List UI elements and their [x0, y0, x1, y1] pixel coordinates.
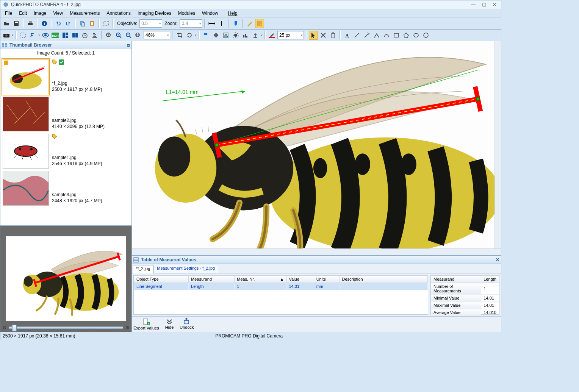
horizontal-scrollbar[interactable] — [132, 248, 501, 255]
trash-button[interactable] — [329, 31, 338, 40]
notes-button[interactable] — [255, 19, 264, 28]
hdr-button[interactable]: HDR — [51, 31, 60, 40]
zoom-out-icon[interactable]: ⊖ — [3, 325, 6, 330]
export-values-button[interactable]: x Export Values — [133, 318, 159, 330]
thumbnail-dims: 2500 × 1917 px (4.8 MP) — [52, 87, 129, 92]
calibration-mark-button[interactable] — [231, 19, 240, 28]
marquee-button[interactable] — [102, 19, 111, 28]
close-panel-icon[interactable]: ✕ — [496, 257, 499, 262]
undo-button[interactable] — [54, 19, 63, 28]
fit-button[interactable] — [104, 31, 113, 40]
annotation-color-button[interactable] — [268, 31, 277, 40]
col-meas-nr[interactable]: Meas. Nr. ▲ — [235, 276, 286, 283]
thumbnail-list: *f_2.jpg 2500 × 1917 px (4.8 MP) sample2… — [0, 57, 131, 225]
maximize-button[interactable]: ▢ — [480, 2, 488, 7]
brightness-button[interactable] — [231, 31, 240, 40]
save-button[interactable] — [12, 19, 21, 28]
paste-button[interactable] — [88, 19, 97, 28]
microscope-button[interactable] — [90, 31, 99, 40]
timer-button[interactable] — [80, 31, 89, 40]
col-measurand[interactable]: Measurand — [189, 276, 235, 283]
zoom-in-icon[interactable]: ⊕ — [125, 325, 129, 330]
print-button[interactable] — [26, 19, 35, 28]
image-canvas[interactable]: L1=14.01 mm — [132, 41, 501, 256]
text-tool-button[interactable]: A — [343, 31, 352, 40]
line-width-select[interactable]: 25 px — [277, 31, 304, 39]
measurements-table: Object Type Measurand Meas. Nr. ▲ Value … — [133, 275, 428, 315]
zoom-slider[interactable] — [9, 326, 123, 329]
objective-select[interactable]: 0.5 — [139, 19, 162, 28]
thumbnail-count: Image Count: 5 / Selected: 1 — [0, 49, 131, 57]
svg-line-53 — [237, 33, 238, 34]
ellipse-tool-button[interactable] — [412, 31, 421, 40]
focus-button[interactable]: F — [28, 31, 38, 40]
line-tool-button[interactable] — [352, 31, 361, 40]
menu-annotations[interactable]: Annotations — [104, 10, 134, 17]
crop-button[interactable] — [175, 31, 184, 40]
eye-button[interactable] — [41, 31, 50, 40]
svg-rect-10 — [91, 22, 93, 25]
col-units[interactable]: Units — [314, 276, 340, 283]
angle-tool-button[interactable] — [372, 31, 381, 40]
thumbnail-item[interactable]: sample3.jpg 2448 × 1920 px (4.7 MP) — [3, 171, 129, 206]
capture-frame-button[interactable] — [19, 31, 28, 40]
vertical-scrollbar[interactable] — [494, 41, 501, 249]
tab-settings[interactable]: Measurement Settings - f_2.jpg — [153, 265, 218, 273]
circle-tool-button[interactable] — [421, 31, 430, 40]
pin-icon[interactable]: ⧈ — [127, 42, 130, 48]
white-balance-button[interactable] — [251, 31, 260, 40]
zoom-percent-select[interactable]: 46% — [144, 31, 170, 39]
polygon-tool-button[interactable] — [402, 31, 411, 40]
arrow-tool-button[interactable] — [362, 31, 371, 40]
col-value[interactable]: Value — [286, 276, 314, 283]
svg-point-64 — [424, 33, 428, 37]
stat-row: Average Value14.010 — [431, 309, 499, 316]
menu-window[interactable]: Window — [199, 10, 221, 17]
menu-help[interactable]: Help — [222, 10, 244, 17]
delete-annotation-button[interactable] — [319, 31, 328, 40]
scale-bar-h-button[interactable] — [207, 19, 216, 28]
open-button[interactable] — [2, 19, 11, 28]
copy-button[interactable] — [78, 19, 87, 28]
table-row[interactable]: Line Segment Length 1 14.01 mm — [134, 283, 428, 290]
menu-modules[interactable]: Modules — [175, 10, 198, 17]
zoom-out-button[interactable] — [124, 31, 133, 40]
zoom-select[interactable]: 0.8 — [180, 19, 202, 28]
rect-tool-button[interactable] — [392, 31, 401, 40]
menu-imaging-devices[interactable]: Imaging Devices — [135, 10, 174, 17]
compare-button[interactable] — [70, 31, 80, 40]
levels-button[interactable] — [221, 31, 230, 40]
histogram-button[interactable] — [241, 31, 250, 40]
scale-bar-v-button[interactable] — [217, 19, 226, 28]
minimize-button[interactable]: — — [469, 2, 477, 7]
menu-image[interactable]: Image — [31, 10, 49, 17]
zoom-100-button[interactable]: 1:1 — [134, 31, 143, 40]
col-object-type[interactable]: Object Type — [134, 276, 189, 283]
col-description[interactable]: Description — [340, 276, 428, 283]
tab-file[interactable]: *f_2.jpg — [133, 265, 153, 273]
zoom-in-button[interactable] — [114, 31, 123, 40]
info-button[interactable]: i — [40, 19, 49, 28]
svg-line-52 — [237, 37, 238, 37]
layout-button[interactable] — [61, 31, 70, 40]
menu-measurements[interactable]: Measurements — [67, 10, 103, 17]
hide-button[interactable]: Hide — [165, 318, 174, 330]
flip-h-button[interactable] — [211, 31, 221, 40]
rotate-button[interactable] — [185, 31, 194, 40]
camera-button[interactable] — [2, 31, 11, 40]
thumbnail-item[interactable]: sample1.jpg 2546 × 1919 px (4.9 MP) — [3, 134, 129, 169]
close-button[interactable]: ✕ — [490, 2, 499, 7]
thumbnail-item[interactable]: sample2.jpg 4140 × 3096 px (12.8 MP) — [3, 97, 129, 131]
undock-button[interactable]: Undock — [180, 318, 194, 330]
flag-button[interactable] — [202, 31, 211, 40]
thumbnail-item[interactable]: *f_2.jpg 2500 × 1917 px (4.8 MP) — [3, 59, 129, 94]
curve-tool-button[interactable] — [382, 31, 391, 40]
pointer-tool-button[interactable] — [309, 31, 318, 40]
menu-edit[interactable]: Edit — [16, 10, 30, 17]
pen-button[interactable] — [245, 19, 254, 28]
menu-file[interactable]: File — [2, 10, 15, 17]
title-bar: QuickPHOTO CAMERA 4 - f_2.jpg — ▢ ✕ — [0, 0, 501, 9]
thumbnail-panel-title: Thumbnail Browser — [9, 42, 52, 48]
menu-view[interactable]: View — [50, 10, 66, 17]
redo-button[interactable] — [64, 19, 73, 28]
